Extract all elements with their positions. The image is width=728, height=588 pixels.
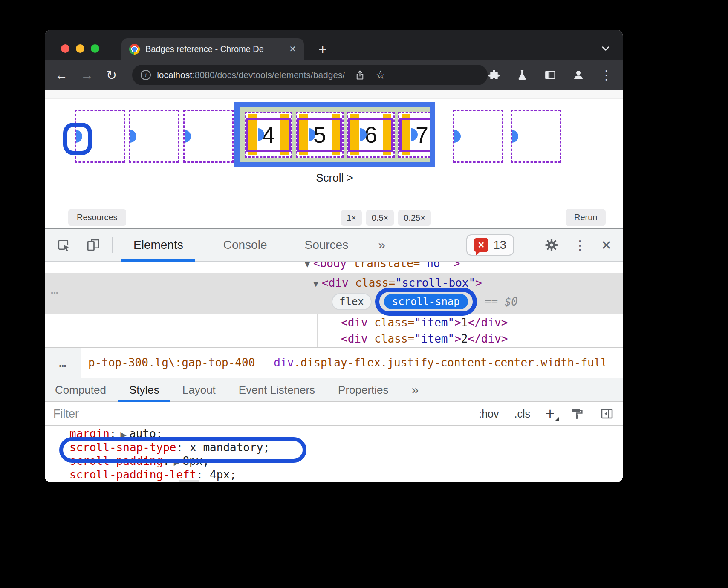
pseudo-state-toggle[interactable]: :hov [479,408,499,420]
dom-tree: ▼<body translate="no" > … ▼<div class="s… [45,262,623,347]
css-value: 4px; [210,468,237,481]
extensions-puzzle-icon[interactable] [488,69,500,81]
share-icon[interactable] [354,69,366,81]
tag-token: <div [322,277,349,289]
tab-title: Badges reference - Chrome De [145,44,283,54]
tab-layout[interactable]: Layout [182,378,216,401]
back-icon[interactable]: ← [55,68,68,82]
zoom-level-buttons: 1× 0.5× 0.25× [341,210,431,226]
inspect-element-icon[interactable] [56,237,71,253]
url-text[interactable]: localhost:8080/docs/devtools/elements/ba… [157,70,345,80]
flask-icon[interactable] [516,69,529,81]
crumb-tag: div [274,356,294,369]
dom-node-scroll-box-selected-row[interactable]: … ▼<div class="scroll-box"> flex scroll-… [45,273,623,314]
error-icon: ✕ [474,238,488,252]
minimize-window-button[interactable] [76,44,84,53]
attr-value-token: "item" [414,332,454,345]
dom-node-body[interactable]: ▼<body translate="no" > [45,262,623,272]
snap-cell: 4 [245,112,292,158]
snap-cell: 5 [296,112,344,158]
expand-arrow-icon[interactable]: ▼ [305,262,310,269]
scroll-snap-badge[interactable]: scroll-snap [384,294,468,309]
address-bar[interactable]: i localhost:8080/docs/devtools/elements/… [132,65,488,85]
toggle-sidebar-icon[interactable] [600,406,614,421]
tab-styles[interactable]: Styles [129,378,159,401]
flex-badge[interactable]: flex [332,293,372,310]
attr-token: class= [368,332,415,345]
tag-token: > [447,262,460,270]
settings-gear-icon[interactable] [544,237,559,253]
more-tabs-icon[interactable]: » [378,238,385,252]
css-colon: : [196,468,203,481]
bookmark-star-icon[interactable]: ☆ [375,68,385,82]
expand-arrow-icon[interactable]: ▼ [313,279,318,289]
error-count: 13 [494,239,506,252]
profile-avatar[interactable] [572,69,585,81]
rendering-brush-icon[interactable] [570,406,584,421]
device-toolbar-icon[interactable] [86,237,101,253]
element-classes-toggle[interactable]: .cls [514,408,530,420]
scroll-snap-badge-annotation-ring: scroll-snap [375,288,477,316]
scroll-snap-container[interactable]: 4 5 6 7 [234,102,435,167]
chevron-down-icon[interactable] [600,43,612,55]
devtools-menu-kebab-icon[interactable]: ⋮ [574,238,586,253]
devtools-close-icon[interactable]: ✕ [601,238,612,253]
snap-cell: 7 [398,112,435,158]
filter-input[interactable] [53,407,232,421]
breadcrumb-more-left[interactable]: … [45,348,81,378]
text-token: 2 [461,332,468,345]
reload-icon[interactable]: ↻ [106,68,117,83]
snap-item-box [511,110,561,163]
error-count-badge[interactable]: ✕ 13 [466,234,514,256]
new-style-rule-button[interactable]: + [546,407,555,420]
side-panel-icon[interactable] [544,69,557,81]
site-info-icon[interactable]: i [141,70,151,80]
styles-filter-bar: :hov .cls + [45,402,623,426]
dollar-zero-reference: == $0 [485,295,518,308]
snap-point-dot [130,130,136,143]
page-content: 4 5 6 7 Scroll > Resources 1× 0 [45,90,623,228]
window-controls [61,44,99,53]
css-declaration-scroll-padding-left[interactable]: scroll-padding-left:4px; [45,468,623,481]
snap-point-dot [454,130,461,143]
resources-button[interactable]: Resources [68,209,126,226]
tab-computed[interactable]: Computed [55,378,106,401]
devtools-toolbar: Elements Console Sources » ✕ 13 ⋮ ✕ [45,229,623,262]
tag-token: <body [313,262,347,270]
snap-point-dot [185,130,191,143]
tab-event-listeners[interactable]: Event Listeners [239,378,315,401]
tab-elements[interactable]: Elements [133,229,183,261]
styles-rules-pane: margin:▶auto; scroll-snap-type:x mandato… [45,426,623,482]
dom-badges-row: flex scroll-snap == $0 [332,292,518,311]
browser-tab[interactable]: Badges reference - Chrome De ✕ [121,38,304,60]
url-path: :8080/docs/devtools/elements/badges/ [192,70,345,80]
maximize-window-button[interactable] [91,44,99,53]
rerun-button[interactable]: Rerun [566,209,606,226]
tab-console[interactable]: Console [223,229,267,261]
attr-value-token: "item" [414,316,454,329]
close-window-button[interactable] [61,44,69,53]
more-sidebar-tabs-icon[interactable]: » [412,383,419,397]
crumb-classes: .display-flex.justify-content-center.wid… [294,356,607,369]
tab-properties[interactable]: Properties [338,378,389,401]
dom-node-item-2[interactable]: <div class="item">2</div> [45,331,623,347]
zoom-025x-button[interactable]: 0.25× [398,210,431,226]
toolbar-separator [112,237,113,253]
zoom-05x-button[interactable]: 0.5× [366,210,394,226]
snap-item: 6 [360,121,381,149]
breadcrumb-item-truncated[interactable]: p-top-300.lg\:gap-top-400 [88,356,255,369]
tag-token: </div> [468,316,508,329]
dom-node-item-1[interactable]: <div class="item">1</div> [45,314,623,331]
dom-row-ellipsis[interactable]: … [51,282,60,297]
text-token: 1 [461,316,468,329]
tag-token: > [454,332,461,345]
zoom-1x-button[interactable]: 1× [341,210,362,226]
scroll-snap-type-annotation-ring [59,437,306,463]
browser-menu-kebab-icon[interactable]: ⋮ [600,68,612,82]
breadcrumb-item-selected[interactable]: div.display-flex.justify-content-center.… [274,356,607,369]
tab-close-icon[interactable]: ✕ [289,44,296,54]
tab-sources[interactable]: Sources [304,229,348,261]
tag-token: </div> [468,332,508,345]
forward-icon[interactable]: → [81,68,93,82]
new-tab-button[interactable]: + [318,42,327,56]
